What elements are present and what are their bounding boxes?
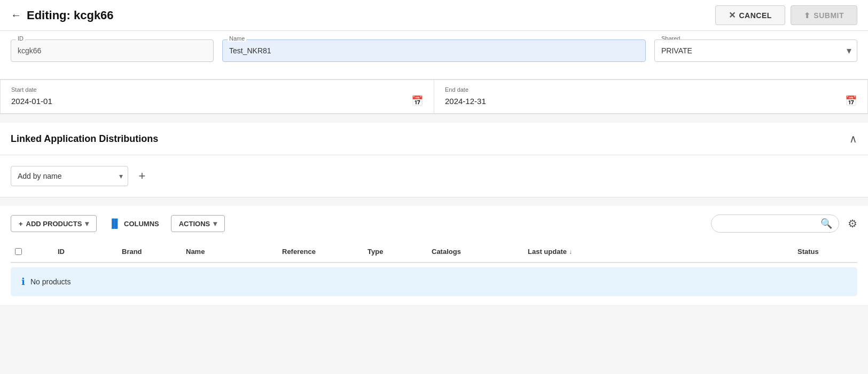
start-date-box: Start date 2024-01-01 📅	[0, 79, 434, 114]
cancel-button[interactable]: ✕ CANCEL	[715, 5, 785, 25]
search-wrapper: 🔍	[711, 214, 839, 233]
add-distribution-button[interactable]: +	[134, 168, 151, 185]
th-brand: Brand	[118, 245, 182, 258]
th-type: Type	[363, 245, 427, 258]
add-products-chevron-icon: ▾	[85, 219, 89, 228]
actions-chevron-icon: ▾	[213, 219, 217, 228]
end-date-box: End date 2024-12-31 📅	[434, 79, 868, 114]
columns-label: COLUMNS	[124, 220, 159, 228]
shared-select[interactable]: PRIVATE PUBLIC	[655, 41, 857, 60]
cancel-icon: ✕	[729, 10, 736, 20]
collapse-icon[interactable]: ∧	[849, 132, 857, 145]
th-reference: Reference	[278, 245, 363, 258]
linked-section-title: Linked Application Distributions	[11, 133, 158, 145]
add-by-name-wrapper: Add by name ▾	[11, 166, 128, 186]
no-products-row: ℹ No products	[11, 267, 857, 296]
top-bar: ← Editing: kcgk66 ✕ CANCEL ⬆ SUBMIT	[0, 0, 868, 31]
add-products-button[interactable]: + ADD PRODUCTS ▾	[11, 215, 97, 232]
th-status: Status	[793, 245, 857, 258]
th-catalogs: Catalogs	[427, 245, 523, 258]
id-field: ID	[11, 39, 214, 62]
shared-select-wrapper: PRIVATE PUBLIC ▾	[654, 39, 857, 62]
add-products-label: ADD PRODUCTS	[26, 220, 82, 228]
end-date-label: End date	[445, 86, 857, 93]
linked-section-header: Linked Application Distributions ∧	[0, 123, 868, 155]
th-icon	[32, 245, 53, 258]
form-row-top: ID Name Shared PRIVATE PUBLIC ▾	[11, 39, 857, 62]
columns-bars-icon: ▐▌	[108, 219, 121, 228]
name-input[interactable]	[222, 39, 646, 62]
actions-label: ACTIONS	[179, 220, 210, 228]
columns-button[interactable]: ▐▌ COLUMNS	[101, 215, 166, 232]
start-date-value: 2024-01-01	[11, 97, 52, 106]
search-input[interactable]	[718, 219, 820, 228]
no-products-text: No products	[30, 277, 71, 286]
back-button[interactable]: ←	[11, 9, 21, 21]
products-section: + ADD PRODUCTS ▾ ▐▌ COLUMNS ACTIONS ▾ 🔍 …	[0, 206, 868, 305]
id-label: ID	[16, 35, 25, 42]
cancel-label: CANCEL	[739, 11, 771, 20]
sort-down-icon: ↓	[569, 248, 572, 256]
info-icon: ℹ	[21, 276, 25, 288]
start-date-label: Start date	[11, 86, 423, 93]
name-field: Name	[222, 39, 646, 62]
search-icon[interactable]: 🔍	[820, 218, 832, 229]
submit-button[interactable]: ⬆ SUBMIT	[791, 5, 857, 25]
filter-icon[interactable]: ⚙	[848, 217, 857, 230]
table-header: ID Brand Name Reference Type Catalogs La…	[11, 241, 857, 263]
end-date-value: 2024-12-31	[445, 97, 486, 106]
shared-field: Shared PRIVATE PUBLIC ▾	[654, 39, 857, 62]
th-checkbox	[11, 245, 32, 258]
th-name: Name	[182, 245, 278, 258]
products-toolbar: + ADD PRODUCTS ▾ ▐▌ COLUMNS ACTIONS ▾ 🔍 …	[11, 214, 857, 233]
end-date-row: 2024-12-31 📅	[445, 95, 857, 107]
date-container: Start date 2024-01-01 📅 End date 2024-12…	[0, 79, 868, 114]
select-all-checkbox[interactable]	[15, 248, 22, 255]
id-input	[11, 39, 214, 62]
th-id: ID	[53, 245, 118, 258]
end-calendar-icon[interactable]: 📅	[845, 95, 857, 107]
name-label: Name	[228, 35, 246, 42]
start-calendar-icon[interactable]: 📅	[411, 95, 423, 107]
page-title: Editing: kcgk66	[27, 9, 114, 22]
top-bar-left: ← Editing: kcgk66	[11, 9, 114, 22]
linked-section-body: Add by name ▾ +	[0, 155, 868, 197]
plus-icon: +	[19, 220, 23, 228]
form-section: ID Name Shared PRIVATE PUBLIC ▾	[0, 31, 868, 79]
top-bar-right: ✕ CANCEL ⬆ SUBMIT	[715, 5, 857, 25]
actions-button[interactable]: ACTIONS ▾	[171, 215, 225, 232]
start-date-row: 2024-01-01 📅	[11, 95, 423, 107]
add-by-name-row: Add by name ▾ +	[11, 166, 857, 186]
add-by-name-select[interactable]: Add by name	[11, 166, 128, 186]
submit-icon: ⬆	[804, 11, 811, 20]
date-section: Start date 2024-01-01 📅 End date 2024-12…	[0, 79, 868, 114]
th-last-update[interactable]: Last update ↓	[523, 245, 793, 258]
submit-label: SUBMIT	[814, 11, 844, 20]
